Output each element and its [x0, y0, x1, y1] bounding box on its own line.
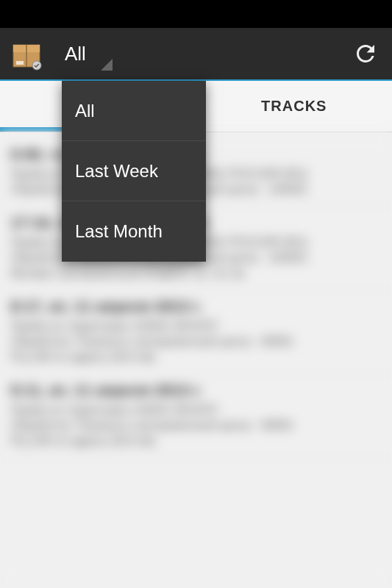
list-item-title: 8:17, вт, 11 апреля 2013 г. — [10, 298, 382, 315]
dropdown-item-last-month[interactable]: Last Month — [62, 201, 206, 262]
spinner-selected-label: All — [59, 43, 86, 65]
list-item-line: РЦ-108 по адресу (813 км) — [10, 434, 382, 448]
list-item-line: Обработка: Покинуло сортировочный центр … — [10, 419, 382, 432]
app-icon — [9, 36, 44, 71]
list-item[interactable]: 9:11, вт, 11 апреля 2013 г. Приём на тер… — [0, 374, 392, 458]
dropdown-item-label: All — [75, 101, 95, 121]
list-item-line: РЦ-108 по адресу (813 км) — [10, 351, 382, 364]
list-item-line: Приём на территории 104041 МСКОП — [10, 320, 382, 333]
status-bar — [0, 0, 392, 28]
tab-tracks-label: TRACKS — [261, 98, 327, 115]
dropdown-item-label: Last Month — [75, 221, 163, 242]
dropdown-item-label: Last Week — [75, 161, 158, 182]
filter-spinner[interactable]: All — [59, 28, 348, 79]
list-item-title: 9:11, вт, 11 апреля 2013 г. — [10, 381, 382, 399]
list-item-line: Приём на территории 104041 МСКОП — [10, 404, 382, 417]
refresh-button[interactable] — [348, 36, 383, 71]
dropdown-item-last-week[interactable]: Last Week — [62, 141, 206, 201]
dropdown-item-all[interactable]: All — [62, 81, 206, 141]
spinner-indicator-icon — [101, 59, 113, 71]
list-item-line: Москва Сортировочный ИНДЕКС гр. (11 м) — [10, 267, 382, 280]
list-item-line: Обработка: Покинуло сортировочный центр … — [10, 335, 382, 348]
tab-tracks[interactable]: TRACKS — [196, 81, 393, 132]
svg-rect-3 — [16, 61, 24, 65]
refresh-icon — [352, 40, 379, 67]
filter-dropdown-menu: All Last Week Last Month — [62, 81, 206, 262]
action-bar: All — [0, 28, 392, 81]
list-item[interactable]: 8:17, вт, 11 апреля 2013 г. Приём на тер… — [0, 290, 392, 374]
package-box-icon — [9, 36, 44, 71]
